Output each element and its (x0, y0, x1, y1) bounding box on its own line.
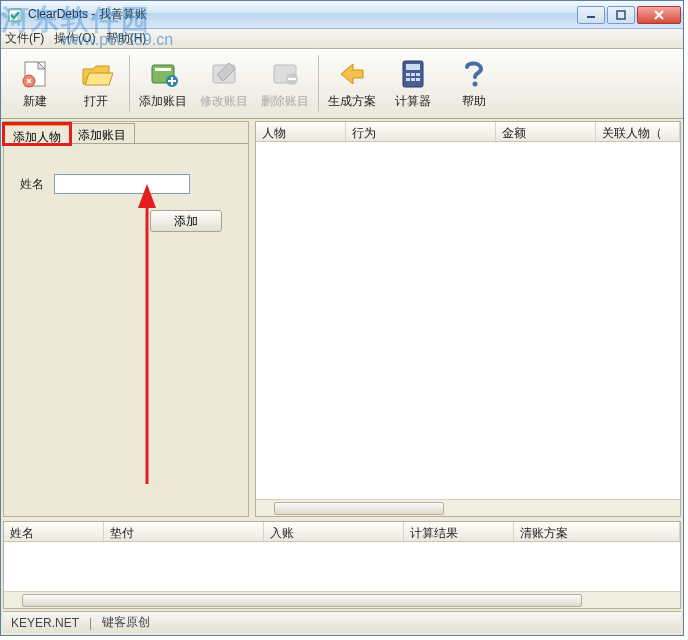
svg-rect-0 (9, 9, 21, 21)
svg-rect-2 (617, 11, 625, 19)
tool-del-account-label: 删除账目 (261, 93, 309, 110)
toolbar-sep-2 (318, 55, 319, 112)
tool-new[interactable]: 新建 (5, 51, 65, 116)
tool-help-label: 帮助 (462, 93, 486, 110)
bottom-body[interactable] (4, 542, 680, 591)
tool-open[interactable]: 打开 (66, 51, 126, 116)
list-header: 人物 行为 金额 关联人物（ (256, 122, 680, 142)
svg-rect-20 (411, 78, 415, 81)
add-button[interactable]: 添加 (150, 210, 222, 232)
close-button[interactable] (637, 6, 681, 24)
left-panel: 添加人物 添加账目 姓名 添加 (3, 121, 249, 517)
tool-calc[interactable]: 计算器 (383, 51, 443, 116)
svg-rect-19 (406, 78, 410, 81)
minimize-button[interactable] (577, 6, 605, 24)
help-icon (457, 57, 491, 91)
svg-point-22 (473, 82, 478, 87)
svg-rect-21 (416, 78, 420, 81)
col-action[interactable]: 行为 (346, 122, 496, 141)
bottom-panel: 姓名 垫付 入账 计算结果 清账方案 (3, 521, 681, 609)
app-icon (7, 7, 23, 23)
svg-rect-15 (406, 64, 420, 70)
add-account-icon (146, 57, 180, 91)
tool-help[interactable]: 帮助 (444, 51, 504, 116)
titlebar: ClearDebts - 我善算账 (1, 1, 683, 29)
maximize-button[interactable] (607, 6, 635, 24)
tab-add-account[interactable]: 添加账目 (69, 123, 135, 143)
name-label: 姓名 (20, 176, 44, 193)
toolbar: 新建 打开 添加账目 修改账目 删除账目 生成方案 计算器 (1, 49, 683, 119)
col-person[interactable]: 人物 (256, 122, 346, 141)
bcol-name[interactable]: 姓名 (4, 522, 104, 541)
col-related[interactable]: 关联人物（ (596, 122, 680, 141)
open-icon (79, 57, 113, 91)
calc-icon (396, 57, 430, 91)
bcol-paid[interactable]: 垫付 (104, 522, 264, 541)
svg-rect-17 (411, 73, 415, 76)
name-input[interactable] (54, 174, 190, 194)
tool-gen-plan[interactable]: 生成方案 (322, 51, 382, 116)
bcol-result[interactable]: 计算结果 (404, 522, 514, 541)
menu-ops[interactable]: 操作(O) (54, 30, 95, 47)
status-site: KEYER.NET (11, 616, 79, 630)
tool-add-account-label: 添加账目 (139, 93, 187, 110)
tool-edit-account-label: 修改账目 (200, 93, 248, 110)
tool-calc-label: 计算器 (395, 93, 431, 110)
toolbar-sep-1 (129, 55, 130, 112)
tool-open-label: 打开 (84, 93, 108, 110)
del-account-icon (268, 57, 302, 91)
tool-edit-account: 修改账目 (194, 51, 254, 116)
bottom-scrollbar[interactable] (4, 591, 680, 608)
h-scrollbar[interactable] (256, 499, 680, 516)
tool-new-label: 新建 (23, 93, 47, 110)
list-body[interactable] (256, 142, 680, 499)
col-amount[interactable]: 金额 (496, 122, 596, 141)
window-title: ClearDebts - 我善算账 (28, 6, 577, 23)
tab-add-person[interactable]: 添加人物 (4, 124, 70, 144)
right-panel: 人物 行为 金额 关联人物（ (255, 121, 681, 517)
status-author: 键客原创 (102, 614, 150, 631)
menubar: 文件(F) 操作(O) 帮助(H) (1, 29, 683, 49)
tool-del-account: 删除账目 (255, 51, 315, 116)
tabstrip: 添加人物 添加账目 (4, 122, 248, 144)
new-icon (18, 57, 52, 91)
bcol-income[interactable]: 入账 (264, 522, 404, 541)
menu-help[interactable]: 帮助(H) (106, 30, 147, 47)
tool-gen-plan-label: 生成方案 (328, 93, 376, 110)
menu-file[interactable]: 文件(F) (5, 30, 44, 47)
bcol-plan[interactable]: 清账方案 (514, 522, 680, 541)
tool-add-account[interactable]: 添加账目 (133, 51, 193, 116)
svg-rect-18 (416, 73, 420, 76)
bottom-header: 姓名 垫付 入账 计算结果 清账方案 (4, 522, 680, 542)
svg-rect-8 (155, 68, 171, 71)
status-sep: | (89, 616, 92, 630)
statusbar: KEYER.NET | 键客原创 (3, 611, 681, 633)
svg-rect-16 (406, 73, 410, 76)
gen-plan-icon (335, 57, 369, 91)
edit-account-icon (207, 57, 241, 91)
